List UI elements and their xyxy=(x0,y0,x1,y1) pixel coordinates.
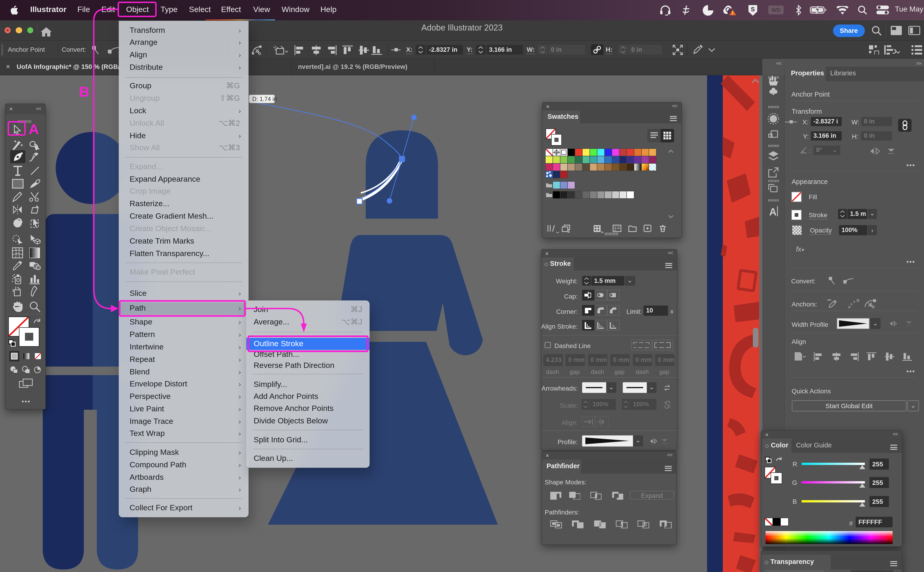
svg-text:A: A xyxy=(29,121,39,137)
svg-text:B: B xyxy=(79,84,89,99)
